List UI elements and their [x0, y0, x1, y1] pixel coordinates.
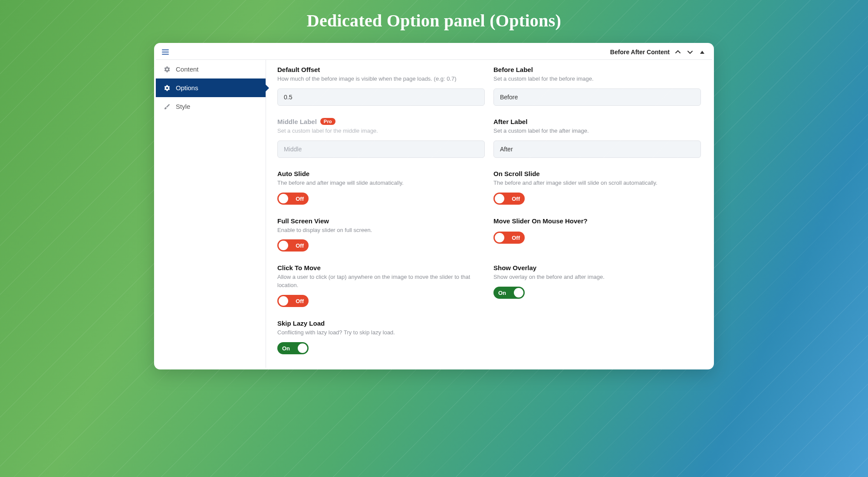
field-before-label: Before Label Set a custom label for the …	[493, 66, 701, 106]
sidebar: Content Options Style	[156, 60, 266, 368]
field-label: Show Overlay	[493, 264, 701, 271]
hero-title: Dedicated Option panel (Options)	[0, 0, 868, 43]
field-desc: Set a custom label for the middle image.	[277, 127, 485, 135]
field-skip-lazy: Skip Lazy Load Conflicting with lazy loa…	[277, 320, 485, 355]
field-label: Middle Label Pro	[277, 118, 485, 125]
move-on-hover-toggle[interactable]: Off	[493, 232, 525, 244]
brush-icon	[164, 103, 171, 110]
gear-icon	[164, 85, 171, 91]
field-label: Skip Lazy Load	[277, 320, 485, 327]
before-label-input[interactable]	[493, 88, 701, 106]
show-overlay-toggle[interactable]: On	[493, 287, 525, 299]
click-to-move-toggle[interactable]: Off	[277, 295, 309, 307]
field-label: Full Screen View	[277, 217, 485, 225]
content-area: Default Offset How much of the before im…	[266, 60, 712, 368]
on-scroll-slide-toggle[interactable]: Off	[493, 193, 525, 205]
hamburger-icon[interactable]	[162, 49, 169, 55]
field-desc: Set a custom label for the before image.	[493, 75, 701, 83]
default-offset-input[interactable]	[277, 88, 485, 106]
field-after-label: After Label Set a custom label for the a…	[493, 118, 701, 158]
full-screen-toggle[interactable]: Off	[277, 239, 309, 252]
field-label: Default Offset	[277, 66, 485, 73]
panel-topbar: Before After Content	[156, 45, 712, 60]
field-desc: The before and after image slider will s…	[493, 179, 701, 187]
field-label: On Scroll Slide	[493, 170, 701, 177]
sidebar-item-content[interactable]: Content	[156, 60, 266, 78]
sidebar-item-label: Options	[176, 84, 198, 91]
field-label: Before Label	[493, 66, 701, 73]
field-auto-slide: Auto Slide The before and after image wi…	[277, 170, 485, 205]
field-desc: Enable to display slider on full screen.	[277, 226, 485, 235]
field-move-on-hover: Move Slider On Mouse Hover? Off	[493, 217, 701, 252]
middle-label-input	[277, 140, 485, 158]
after-label-input[interactable]	[493, 140, 701, 158]
triangle-up-icon[interactable]	[698, 48, 706, 56]
field-default-offset: Default Offset How much of the before im…	[277, 66, 485, 106]
field-desc: How much of the before image is visible …	[277, 75, 485, 83]
field-desc: Show overlay on the before and after ima…	[493, 273, 701, 281]
field-label: Click To Move	[277, 264, 485, 271]
sidebar-item-style[interactable]: Style	[156, 97, 266, 116]
field-desc: The before and after image will slide au…	[277, 179, 485, 187]
options-panel: Before After Content Content	[154, 43, 714, 369]
field-middle-label: Middle Label Pro Set a custom label for …	[277, 118, 485, 158]
collapse-up-icon[interactable]	[674, 48, 682, 56]
field-desc: Conflicting with lazy load? Try to skip …	[277, 329, 485, 337]
auto-slide-toggle[interactable]: Off	[277, 193, 309, 205]
pro-badge: Pro	[320, 118, 335, 125]
field-click-to-move: Click To Move Allow a user to click (or …	[277, 264, 485, 307]
sidebar-item-options[interactable]: Options	[156, 78, 266, 97]
field-label: Move Slider On Mouse Hover?	[493, 217, 701, 225]
breadcrumb: Before After Content	[610, 49, 670, 56]
field-label: Auto Slide	[277, 170, 485, 177]
sidebar-item-label: Content	[176, 65, 199, 73]
field-full-screen: Full Screen View Enable to display slide…	[277, 217, 485, 252]
gear-icon	[164, 66, 171, 73]
field-desc: Allow a user to click (or tap) anywhere …	[277, 273, 485, 290]
field-show-overlay: Show Overlay Show overlay on the before …	[493, 264, 701, 307]
collapse-down-icon[interactable]	[686, 48, 694, 56]
topbar-right: Before After Content	[610, 48, 706, 56]
panel-body: Content Options Style Default Offset How…	[156, 60, 712, 368]
sidebar-item-label: Style	[176, 103, 190, 110]
skip-lazy-toggle[interactable]: On	[277, 342, 309, 354]
field-desc: Set a custom label for the after image.	[493, 127, 701, 135]
field-on-scroll-slide: On Scroll Slide The before and after ima…	[493, 170, 701, 205]
field-label: After Label	[493, 118, 701, 125]
